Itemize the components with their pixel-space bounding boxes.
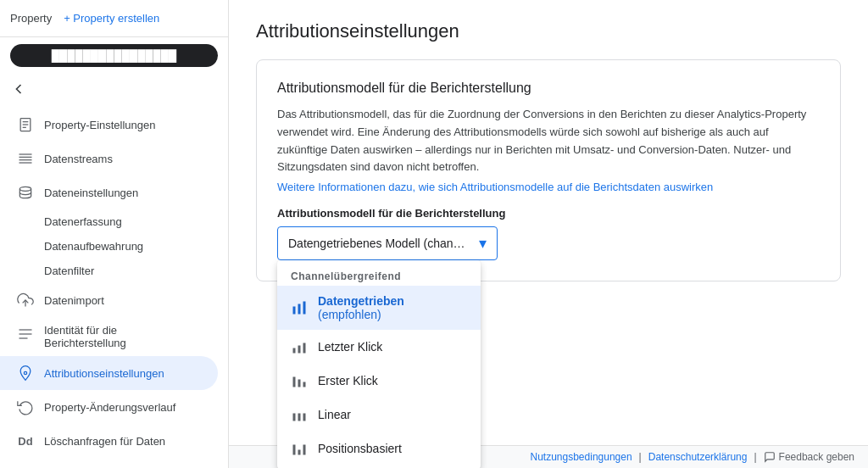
footer-divider-1: | [639,451,642,463]
svg-rect-24 [298,414,301,421]
svg-rect-22 [303,382,306,387]
svg-rect-23 [293,414,296,421]
history-icon [17,398,34,415]
sidebar-item-attributionseinstellungen[interactable]: Attributionseinstellungen [0,356,218,390]
bar-chart-position-icon [291,440,308,457]
sidebar-item-identitaet[interactable]: Identität für die Berichterstellung [0,317,218,356]
svg-rect-15 [298,304,301,315]
dropdown-wrapper: Datengetriebenes Modell (chan… ▾ Channel… [277,226,498,260]
back-button[interactable] [0,74,228,104]
svg-rect-19 [303,343,306,354]
svg-rect-21 [298,380,301,387]
page-title: Attributionseinstellungen [256,20,841,42]
dropdown-item-letzter-klick[interactable]: Letzter Klick [277,330,481,364]
sidebar-item-label: Löschanfragen für Daten [44,435,165,448]
bar-chart-linear-icon [291,406,308,423]
bar-chart-first-icon [291,372,308,389]
chevron-down-icon: ▾ [479,234,487,253]
dropdown-item-label: Positionsbasiert [318,442,402,455]
sidebar-item-label: Property-Änderungsverlauf [44,401,175,414]
streams-icon [17,150,34,167]
sidebar-sub-item-label: Datenaufbewahrung [44,240,143,253]
learn-more-link[interactable]: Weitere Informationen dazu, wie sich Att… [277,181,713,193]
sidebar-item-datenfilter[interactable]: Datenfilter [0,259,218,283]
sidebar-sub-item-label: Datenerfassung [44,215,122,228]
svg-rect-28 [303,445,306,455]
field-label: Attributionsmodell für die Berichterstel… [277,207,820,220]
svg-rect-27 [298,450,301,455]
sidebar-item-datenimport[interactable]: Datenimport [0,283,218,317]
item-main-label: Datengetrieben [318,294,404,308]
bar-chart-small-icon [291,338,308,355]
attribution-model-dropdown[interactable]: Datengetriebenes Modell (chan… ▾ [277,226,498,260]
sidebar-item-dateneinstellungen[interactable]: Dateneinstellungen [0,176,218,209]
svg-rect-25 [303,414,306,421]
dropdown-item-erster-klick[interactable]: Erster Klick [277,364,481,398]
dropdown-group-label: Channelübergreifend [277,264,481,286]
dropdown-item-label: Letzter Klick [318,340,382,354]
dropdown-item-positionsbasiert[interactable]: Positionsbasiert [277,432,481,465]
dropdown-current-value: Datengetriebenes Modell (chan… [288,237,465,250]
sidebar-item-label: Datenstreams [44,153,113,165]
item-suffix: (empfohlen) [318,308,381,321]
page-icon [17,116,34,133]
svg-rect-20 [293,377,296,387]
property-breadcrumb-label: Property [10,12,52,25]
attribution-card: Attributionsmodell für die Berichterstel… [256,59,841,281]
svg-rect-14 [293,307,296,315]
svg-rect-26 [293,445,296,455]
main-content: Attributionseinstellungen Attributionsmo… [229,0,868,468]
svg-point-8 [19,187,31,191]
svg-rect-17 [293,348,296,354]
nutzungsbedingungen-link[interactable]: Nutzungsbedingungen [531,451,632,463]
feedback-icon [764,451,776,463]
upload-icon [17,292,34,309]
bar-chart-icon [291,299,308,316]
db-icon [17,184,34,201]
identity-icon [17,326,34,343]
sidebar-item-label: Attributionseinstellungen [44,367,164,380]
dropdown-item-label: Linear [318,408,351,421]
dropdown-item-linear[interactable]: Linear [277,398,481,432]
sidebar-item-label: Property-Einstellungen [44,119,156,131]
sidebar-nav: Property-Einstellungen Datenstreams [0,104,228,461]
account-pill[interactable]: ████████████████ [10,44,218,67]
svg-rect-16 [303,302,306,315]
footer-divider-2: | [754,451,756,463]
sidebar-item-aenderungsverlauf[interactable]: Property-Änderungsverlauf [0,390,218,424]
back-icon [10,81,27,98]
sidebar-item-datenstreams[interactable]: Datenstreams [0,142,218,176]
dropdown-item-label: Datengetrieben (empfohlen) [318,294,467,321]
sidebar-item-property-settings[interactable]: Property-Einstellungen [0,108,218,142]
dd-icon: Dd [17,432,34,449]
sidebar-item-loeschanfragen[interactable]: Dd Löschanfragen für Daten [0,424,218,458]
create-property-button[interactable]: + Property erstellen [57,8,166,28]
card-title: Attributionsmodell für die Berichterstel… [277,81,820,96]
datenschutz-link[interactable]: Datenschutzerklärung [648,451,748,463]
sidebar: Property + Property erstellen ██████████… [0,0,229,468]
sidebar-sub-item-label: Datenfilter [44,265,94,277]
card-description: Das Attributionsmodell, das für die Zuor… [277,106,820,176]
sidebar-item-datenerfassung[interactable]: Datenerfassung [0,209,218,234]
feedback-button[interactable]: Feedback geben [764,451,854,463]
dropdown-item-label: Erster Klick [318,374,378,387]
sidebar-item-label: Dateneinstellungen [44,187,138,199]
sidebar-item-label: Datenimport [44,294,104,307]
sidebar-item-label: Identität für die Berichterstellung [44,324,126,349]
feedback-label: Feedback geben [779,451,854,463]
svg-rect-18 [298,346,301,354]
attribution-icon [17,365,34,382]
dropdown-item-datengetrieben[interactable]: Datengetrieben (empfohlen) [277,286,481,330]
sidebar-header: Property + Property erstellen [0,0,228,37]
svg-point-13 [24,371,26,374]
dropdown-menu: Channelübergreifend Datengetrieben (empf… [277,260,481,468]
sidebar-item-datenaufbewahrung[interactable]: Datenaufbewahrung [0,234,218,259]
